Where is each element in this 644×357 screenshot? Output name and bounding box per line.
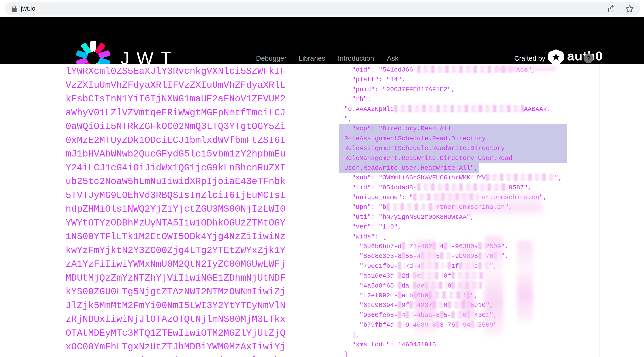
json-line: "790c1fb9-7d-4-1fc", (339, 261, 600, 271)
redacted-blur (432, 242, 440, 250)
token-line: kFsbCIsInN1YiI6IjNXWG1maUE2aFNoV1ZFVUM2 (66, 92, 318, 106)
json-text: -4baa-8 (413, 312, 440, 319)
redacted-blur (398, 291, 402, 299)
json-text: 6b9 (417, 292, 428, 299)
redacted-blur (444, 242, 451, 250)
json-text: "88d8e3e3-8 (344, 253, 402, 260)
json-text: 4237 (417, 302, 432, 309)
json-text: "9360feb5- (344, 312, 398, 319)
redacted-blur (402, 252, 406, 260)
url-text[interactable]: jwt.io (21, 5, 36, 12)
redacted-blur (398, 262, 406, 269)
payload-json[interactable]: "oid": "541cd366-aca", "platf": "14", "p… (333, 65, 600, 357)
redacted-blur (386, 203, 436, 210)
token-line: kYS00ZGU0LTg5NjgtZTAzNWI2NTMzOWNmIiwiZj (66, 285, 318, 299)
json-text: "4a5d8f65- (344, 282, 398, 289)
redacted-blur (478, 252, 486, 260)
redacted-blur (478, 262, 490, 269)
token-line: YWYtOTYzODBhMzUyNTA5IiwiODhkOGUzZTMtOGY (66, 216, 318, 230)
redacted-blur (424, 282, 448, 289)
json-line: "b79fbf4d-9-4689-83-76945509" (339, 320, 600, 330)
token-line: MDUtMjQzZmYzNTZhYjViIiwiNGE1ZDhmNjUtNDF (66, 271, 318, 285)
redacted-blur (494, 252, 501, 260)
json-line: "puid": "20037FFE817AF1E2", (339, 85, 600, 94)
token-line: mJ1bHVAbWNwb2QucGFydG5lci5vbm1zY2hpbmEu (66, 147, 318, 161)
token-line: aWhyV01LZlVZVmtqeERiWWgtMGFpNmtfTmciLCJ (66, 106, 318, 120)
json-line: "wids": [ (339, 232, 600, 242)
json-text: RoleAssignmentSchedule.ReadWrite.Directo… (344, 145, 505, 152)
json-text: 55-4 (406, 253, 421, 260)
share-icon[interactable] (607, 4, 616, 13)
json-line: "62e90394-9f423705e10", (339, 301, 600, 310)
json-text: - (444, 263, 448, 270)
json-text: ", (470, 292, 478, 299)
redacted-blur (417, 65, 516, 73)
json-text: 2d- (402, 272, 413, 280)
json-text: RoleManagement.ReadWrite.Directory User.… (344, 155, 512, 162)
redacted-blur (413, 272, 417, 279)
bookmark-star-icon[interactable] (625, 4, 634, 13)
json-text: 1 (463, 292, 467, 299)
json-line: } (339, 350, 600, 357)
json-text: 5e10", (470, 302, 494, 309)
json-text: e (417, 272, 421, 280)
json-text: "tid": "954ddad8- (344, 184, 417, 191)
json-text: "xms_tcdt": 1460431916 (344, 341, 436, 348)
json-line: RoleAssignmentSchedule.Read.Directory (339, 134, 567, 144)
json-text: 8 (448, 282, 452, 289)
json-line: "9360feb5-4-4baa-85-04301", (339, 311, 600, 320)
json-text: 5 (436, 253, 440, 260)
json-text: "ver": "1.0", (344, 223, 402, 230)
json-text: 76 (486, 253, 494, 260)
browser-toolbar: jwt.io (0, 0, 644, 17)
json-line: "ver": "1.0", (339, 222, 600, 232)
json-text: -9b9898 (451, 253, 478, 260)
redacted-blur (440, 311, 444, 318)
nav-ask[interactable]: Ask (387, 54, 398, 62)
redacted-blur (421, 262, 444, 269)
redacted-blur (417, 183, 509, 191)
decoded-payload-panel[interactable]: "oid": "541cd366-aca", "platf": "14", "p… (333, 64, 600, 357)
redacted-blur (421, 272, 444, 279)
json-text: afb (402, 292, 413, 299)
json-line: "oid": "541cd366-aca", (339, 65, 600, 75)
encoded-token[interactable]: lYWRXcml0ZS5EaXJlY3RvcnkgVXNlci5SZWFkIFV… (66, 65, 318, 357)
json-text: 5509" (478, 321, 497, 329)
json-text: "5d6b6bb7-d (344, 243, 402, 250)
redacted-blur (398, 282, 402, 289)
json-text: "ac16e43d- (344, 272, 398, 280)
nav-introduction[interactable]: Introduction (338, 54, 374, 62)
token-line: Y24iLCJ1cG4iOiJidWx1QG1jcG9kLnBhcnRuZXI (66, 161, 318, 175)
token-line: VzZXIuUmVhZFdyaXRlIFVzZXIuUmVhZFdyaXRlL (66, 78, 318, 92)
redacted-blur (432, 301, 444, 309)
json-text: "upn": "b (344, 204, 386, 211)
json-text: 2509", (486, 243, 509, 250)
help-button[interactable]: ? (584, 53, 594, 63)
site-header: JWT Debugger Libraries Introduction Ask … (0, 17, 644, 64)
json-text: ], (344, 331, 360, 339)
json-text: 5- (444, 312, 451, 319)
token-line: kwYzFmYjktN2Y3ZC00Zjg4LTg2YTEtZWYxZjk1Y (66, 244, 318, 258)
redacted-blur (466, 311, 474, 318)
address-bar[interactable]: jwt.io (5, 2, 640, 15)
json-text: 8f (444, 272, 451, 280)
jwt-io-page: jwt.io (0, 0, 644, 357)
redacted-blur (478, 242, 486, 250)
json-line: "sub": "3WXmfiA6hShWVEUC6ihrWMKfUYV", (339, 173, 600, 183)
json-text: ", (490, 263, 497, 270)
json-text: 94 (463, 321, 470, 329)
nav-debugger[interactable]: Debugger (256, 54, 286, 62)
token-line: zRjNDUxIiwiNjJlOTAzOTQtNjlmNS00MjM3LTkx (66, 313, 318, 327)
json-text: "puid": "20037FFE817AF1E2", (344, 86, 455, 93)
nav-libraries[interactable]: Libraries (298, 54, 325, 62)
token-line: xOC00YmFhLTgxNzUtZTJhMDBiYWM0MzAxIiwiYj (66, 340, 318, 354)
redacted-blur (413, 291, 417, 299)
json-text: "b79fbf4d- (344, 321, 398, 329)
json-text: 4 (440, 243, 444, 250)
json-line: "88d8e3e3-855-45-9b989876", (339, 251, 600, 261)
json-text: 3-76 (440, 321, 455, 329)
encoded-token-panel[interactable]: lYWRXcml0ZS5EaXJlY3RvcnkgVXNlci5SZWFkIFV… (54, 64, 318, 357)
json-line: "f2ef992c-afb6b91", (339, 291, 600, 301)
json-line: "ac16e43d-2d-e8f (339, 271, 600, 281)
token-line: c5ZmJmNGQtOWVjOS00Njg5LTg4MjMtNzZlOTRhN (66, 354, 318, 357)
